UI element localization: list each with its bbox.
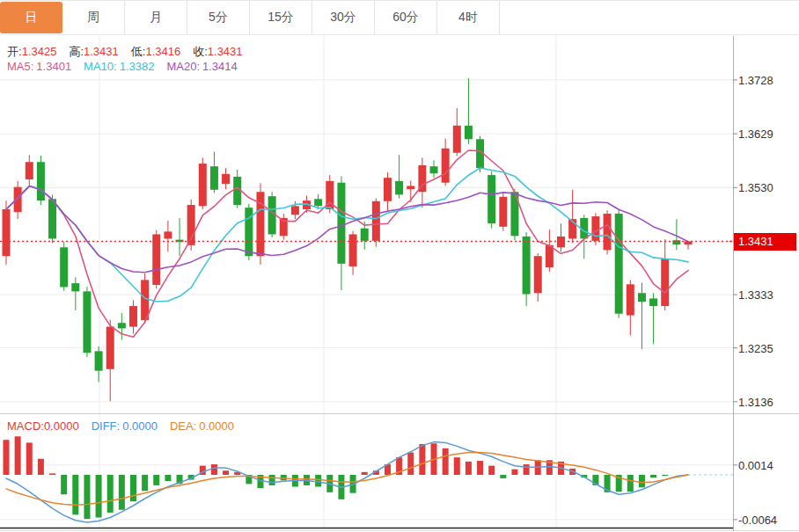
high-value: 1.3431 [84, 45, 119, 58]
ma-readout: MA5:1.3401MA10:1.3382MA20:1.3414 [7, 60, 238, 73]
open-value: 1.3425 [22, 45, 57, 58]
ma20-value: 1.3414 [202, 60, 238, 73]
price-tick-1: 1.3728 [738, 74, 796, 87]
ma5-value: 1.3401 [36, 60, 71, 73]
dea-value: 0.0000 [199, 419, 234, 433]
price-tick-2: 1.3629 [738, 128, 796, 141]
dea-label: DEA: [170, 419, 196, 433]
macd-label: MACD: [7, 419, 44, 433]
macd-value: 0.0000 [44, 419, 79, 433]
ma10-value: 1.3382 [120, 60, 155, 73]
low-label: 低: [131, 45, 146, 58]
ohlc-readout: 开:1.3425高:1.3431低:1.3416收:1.3431 [7, 44, 243, 60]
price-tick-5: 1.3333 [738, 288, 796, 302]
macd-tick-1: 0.0014 [738, 459, 796, 472]
price-tick-3: 1.3530 [738, 181, 796, 194]
close-value: 1.3431 [208, 45, 243, 58]
price-tick-7: 1.3136 [738, 396, 796, 409]
low-value: 1.3416 [145, 45, 180, 58]
current-price-badge: 1.3431 [734, 233, 796, 251]
open-label: 开: [7, 45, 22, 58]
ma20-label: MA20: [166, 60, 200, 73]
diff-label: DIFF: [92, 419, 121, 433]
candlestick-chart[interactable] [0, 0, 799, 532]
ma10-label: MA10: [84, 60, 117, 73]
trading-chart-app: 日 周 月 5分 15分 30分 60分 4时 开:1.3425高:1.3431… [0, 0, 799, 532]
diff-value: 0.0000 [122, 419, 158, 433]
close-label: 收: [193, 45, 208, 58]
ma5-label: MA5: [7, 60, 33, 73]
macd-readout: MACD:0.0000DIFF:0.0000DEA:0.0000 [7, 419, 234, 433]
price-tick-6: 1.3235 [738, 342, 796, 355]
macd-tick-2: -0.0064 [738, 514, 796, 527]
high-label: 高: [69, 45, 84, 58]
